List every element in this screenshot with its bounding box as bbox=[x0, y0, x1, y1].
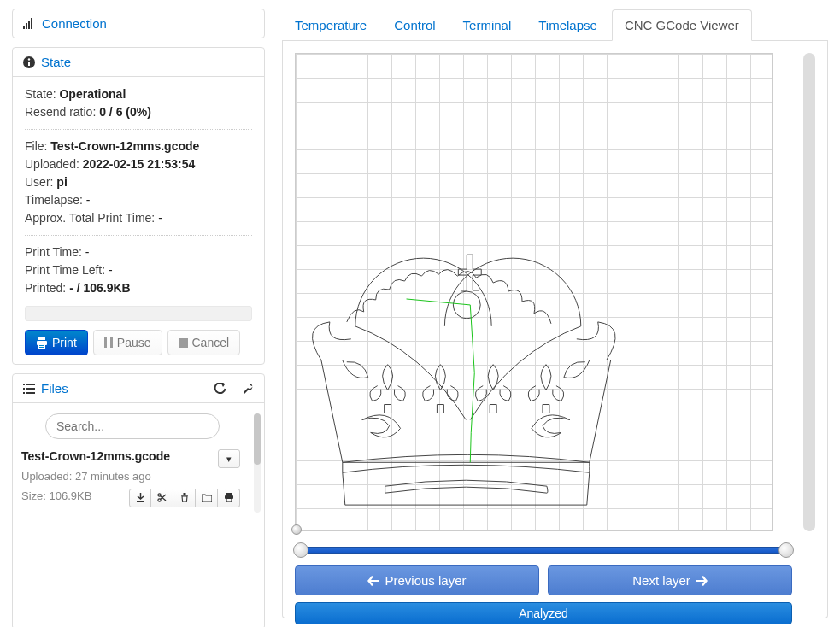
svg-rect-17 bbox=[23, 388, 25, 390]
separator bbox=[25, 235, 252, 236]
files-heading: Files bbox=[13, 374, 264, 402]
printtimeleft-value: - bbox=[109, 263, 113, 277]
svg-rect-21 bbox=[137, 501, 144, 502]
download-button[interactable] bbox=[129, 489, 151, 507]
crown-drawing bbox=[296, 249, 772, 530]
state-label: State: bbox=[25, 87, 56, 101]
folder-icon bbox=[202, 494, 212, 502]
svg-rect-18 bbox=[26, 388, 35, 390]
chevron-down-icon: ▾ bbox=[226, 454, 232, 465]
svg-rect-7 bbox=[38, 337, 45, 340]
file-size-label: Size: bbox=[21, 489, 46, 502]
files-heading-left[interactable]: Files bbox=[23, 381, 68, 396]
folder-button[interactable] bbox=[196, 489, 218, 507]
pause-icon bbox=[104, 337, 113, 348]
files-panel: Files T bbox=[12, 373, 265, 627]
separator bbox=[25, 129, 252, 130]
next-layer-label: Next layer bbox=[632, 573, 690, 588]
state-heading[interactable]: State bbox=[13, 48, 264, 76]
svg-rect-11 bbox=[39, 347, 44, 348]
file-expand-button[interactable]: ▾ bbox=[218, 449, 240, 468]
print-button[interactable]: Print bbox=[25, 330, 88, 355]
files-scrollbar[interactable] bbox=[254, 413, 261, 513]
arrow-left-icon bbox=[367, 576, 379, 586]
list-icon bbox=[23, 384, 35, 394]
svg-rect-15 bbox=[23, 384, 25, 385]
approx-label: Approx. Total Print Time: bbox=[25, 211, 155, 225]
user-value: pi bbox=[56, 175, 67, 189]
tab-temperature[interactable]: Temperature bbox=[282, 9, 379, 41]
next-layer-button[interactable]: Next layer bbox=[548, 565, 792, 595]
load-print-button[interactable] bbox=[218, 489, 240, 507]
connection-heading[interactable]: Connection bbox=[13, 9, 264, 38]
file-size-value: 106.9KB bbox=[50, 489, 92, 502]
svg-rect-3 bbox=[31, 18, 32, 29]
gcode-canvas[interactable] bbox=[295, 53, 773, 531]
file-value: Test-Crown-12mms.gcode bbox=[50, 139, 199, 153]
vertical-slider[interactable] bbox=[803, 53, 815, 531]
viewer-area: Previous layer Next layer Analyzed bbox=[282, 41, 828, 618]
printtime-value: - bbox=[85, 245, 90, 259]
timelapse-label: Timelapse: bbox=[25, 193, 83, 207]
user-label: User: bbox=[25, 175, 53, 189]
svg-rect-26 bbox=[181, 495, 188, 496]
files-title: Files bbox=[41, 381, 68, 396]
printtimeleft-label: Print Time Left: bbox=[25, 263, 105, 277]
tab-terminal[interactable]: Terminal bbox=[450, 9, 525, 41]
printed-label: Printed: bbox=[25, 281, 66, 295]
signal-icon bbox=[23, 18, 36, 29]
tab-control[interactable]: Control bbox=[381, 9, 448, 41]
slider-handle-right[interactable] bbox=[778, 542, 794, 558]
sidebar: Connection State State: Operational Rese… bbox=[0, 0, 273, 627]
prev-layer-label: Previous layer bbox=[385, 573, 466, 588]
file-uploaded-label: Uploaded: bbox=[21, 470, 72, 483]
svg-rect-9 bbox=[38, 344, 45, 349]
horizontal-slider[interactable] bbox=[295, 543, 792, 557]
file-entry[interactable]: Test-Crown-12mms.gcode ▾ Uploaded: 27 mi… bbox=[20, 449, 245, 513]
uploaded-value: 2022-02-15 21:53:54 bbox=[83, 157, 196, 171]
slice-button[interactable] bbox=[151, 489, 173, 507]
state-body: State: Operational Resend ratio: 0 / 6 (… bbox=[13, 76, 264, 364]
resend-label: Resend ratio: bbox=[25, 105, 96, 119]
print-label: Print bbox=[52, 336, 77, 349]
file-label: File: bbox=[25, 139, 47, 153]
tabs: Temperature Control Terminal Timelapse C… bbox=[282, 9, 828, 41]
cancel-button[interactable]: Cancel bbox=[167, 330, 241, 355]
printer-icon bbox=[224, 493, 234, 502]
state-title: State bbox=[41, 55, 71, 69]
refresh-icon[interactable] bbox=[214, 383, 226, 395]
prev-layer-button[interactable]: Previous layer bbox=[295, 565, 539, 595]
svg-rect-10 bbox=[39, 345, 44, 346]
svg-rect-2 bbox=[28, 21, 30, 29]
tab-gcode-viewer[interactable]: CNC GCode Viewer bbox=[612, 9, 752, 41]
svg-rect-0 bbox=[23, 26, 25, 29]
approx-value: - bbox=[158, 211, 162, 225]
search-input[interactable] bbox=[45, 413, 220, 439]
timelapse-value: - bbox=[86, 193, 91, 207]
progress-bar bbox=[25, 306, 252, 321]
analyzed-status: Analyzed bbox=[295, 602, 792, 624]
slider-handle-left[interactable] bbox=[293, 542, 308, 558]
pause-label: Pause bbox=[117, 336, 151, 349]
arrow-right-icon bbox=[696, 576, 708, 586]
trash-icon bbox=[180, 493, 189, 502]
file-name: Test-Crown-12mms.gcode bbox=[21, 449, 170, 463]
pause-button[interactable]: Pause bbox=[93, 330, 162, 355]
stop-icon bbox=[179, 338, 188, 348]
files-scrollbar-thumb[interactable] bbox=[254, 413, 261, 465]
svg-rect-19 bbox=[23, 392, 25, 394]
file-actions bbox=[129, 489, 240, 507]
delete-button[interactable] bbox=[173, 489, 196, 507]
printtime-label: Print Time: bbox=[25, 245, 82, 259]
svg-rect-12 bbox=[104, 337, 107, 348]
svg-rect-1 bbox=[26, 23, 27, 29]
wrench-icon[interactable] bbox=[242, 383, 254, 395]
svg-rect-14 bbox=[179, 338, 188, 348]
svg-rect-5 bbox=[28, 62, 30, 66]
tab-timelapse[interactable]: Timelapse bbox=[526, 9, 610, 41]
cancel-label: Cancel bbox=[192, 336, 230, 349]
main: Temperature Control Terminal Timelapse C… bbox=[273, 0, 840, 627]
svg-rect-16 bbox=[26, 384, 35, 385]
printed-value: - / 106.9KB bbox=[69, 281, 131, 295]
vertical-slider-thumb[interactable] bbox=[803, 53, 815, 531]
